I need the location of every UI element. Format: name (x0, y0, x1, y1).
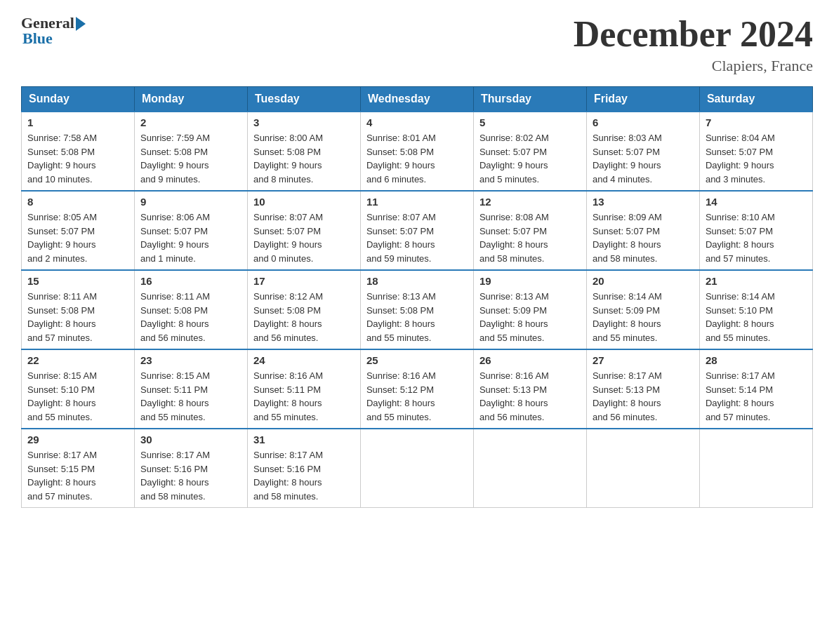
day-info: Sunrise: 8:02 AMSunset: 5:07 PMDaylight:… (479, 131, 581, 186)
day-number: 25 (366, 354, 468, 366)
table-row: 4Sunrise: 8:01 AMSunset: 5:08 PMDaylight… (360, 112, 473, 191)
table-row: 18Sunrise: 8:13 AMSunset: 5:08 PMDayligh… (360, 270, 473, 349)
calendar-week-row: 15Sunrise: 8:11 AMSunset: 5:08 PMDayligh… (22, 270, 813, 349)
day-info: Sunrise: 8:14 AMSunset: 5:09 PMDaylight:… (593, 290, 694, 344)
day-number: 20 (593, 275, 694, 287)
day-info: Sunrise: 8:17 AMSunset: 5:14 PMDaylight:… (706, 369, 807, 424)
logo-arrow-icon (76, 17, 86, 31)
day-info: Sunrise: 8:17 AMSunset: 5:15 PMDaylight:… (27, 448, 128, 503)
table-row: 1Sunrise: 7:58 AMSunset: 5:08 PMDaylight… (22, 112, 135, 191)
day-number: 8 (27, 196, 128, 208)
day-info: Sunrise: 7:58 AMSunset: 5:08 PMDaylight:… (27, 131, 128, 186)
header-wednesday: Wednesday (360, 87, 473, 112)
day-number: 1 (27, 116, 128, 128)
day-info: Sunrise: 8:15 AMSunset: 5:10 PMDaylight:… (27, 369, 128, 424)
day-info: Sunrise: 8:05 AMSunset: 5:07 PMDaylight:… (27, 210, 128, 265)
day-info: Sunrise: 8:00 AMSunset: 5:08 PMDaylight:… (253, 131, 355, 186)
table-row: 26Sunrise: 8:16 AMSunset: 5:13 PMDayligh… (473, 349, 586, 429)
day-number: 10 (253, 196, 355, 208)
table-row: 17Sunrise: 8:12 AMSunset: 5:08 PMDayligh… (247, 270, 360, 349)
table-row: 3Sunrise: 8:00 AMSunset: 5:08 PMDaylight… (247, 112, 360, 191)
table-row (473, 429, 586, 508)
header-friday: Friday (586, 87, 699, 112)
calendar-week-row: 29Sunrise: 8:17 AMSunset: 5:15 PMDayligh… (22, 429, 813, 508)
day-number: 3 (253, 116, 355, 128)
calendar-week-row: 22Sunrise: 8:15 AMSunset: 5:10 PMDayligh… (22, 349, 813, 429)
table-row: 16Sunrise: 8:11 AMSunset: 5:08 PMDayligh… (134, 270, 247, 349)
day-number: 30 (140, 434, 241, 445)
day-number: 7 (706, 116, 807, 128)
table-row: 21Sunrise: 8:14 AMSunset: 5:10 PMDayligh… (699, 270, 812, 349)
day-number: 31 (253, 434, 355, 445)
day-number: 15 (27, 275, 128, 287)
table-row: 2Sunrise: 7:59 AMSunset: 5:08 PMDaylight… (134, 112, 247, 191)
day-number: 16 (140, 275, 241, 287)
day-info: Sunrise: 8:08 AMSunset: 5:07 PMDaylight:… (479, 210, 581, 265)
day-info: Sunrise: 8:17 AMSunset: 5:16 PMDaylight:… (140, 448, 241, 503)
page-header: General Blue December 2024 Clapiers, Fra… (21, 14, 813, 75)
table-row: 7Sunrise: 8:04 AMSunset: 5:07 PMDaylight… (699, 112, 812, 191)
table-row: 10Sunrise: 8:07 AMSunset: 5:07 PMDayligh… (247, 191, 360, 270)
header-tuesday: Tuesday (247, 87, 360, 112)
table-row: 28Sunrise: 8:17 AMSunset: 5:14 PMDayligh… (699, 349, 812, 429)
calendar-week-row: 1Sunrise: 7:58 AMSunset: 5:08 PMDaylight… (22, 112, 813, 191)
table-row: 12Sunrise: 8:08 AMSunset: 5:07 PMDayligh… (473, 191, 586, 270)
day-number: 4 (366, 116, 468, 128)
day-number: 28 (706, 354, 807, 366)
day-number: 13 (593, 196, 694, 208)
day-info: Sunrise: 8:14 AMSunset: 5:10 PMDaylight:… (706, 290, 807, 344)
table-row: 9Sunrise: 8:06 AMSunset: 5:07 PMDaylight… (134, 191, 247, 270)
header-saturday: Saturday (699, 87, 812, 112)
day-info: Sunrise: 8:16 AMSunset: 5:13 PMDaylight:… (479, 369, 581, 424)
header-sunday: Sunday (22, 87, 135, 112)
day-number: 23 (140, 354, 241, 366)
day-info: Sunrise: 7:59 AMSunset: 5:08 PMDaylight:… (140, 131, 241, 186)
header-monday: Monday (134, 87, 247, 112)
day-info: Sunrise: 8:03 AMSunset: 5:07 PMDaylight:… (593, 131, 694, 186)
day-info: Sunrise: 8:04 AMSunset: 5:07 PMDaylight:… (706, 131, 807, 186)
day-number: 24 (253, 354, 355, 366)
table-row: 5Sunrise: 8:02 AMSunset: 5:07 PMDaylight… (473, 112, 586, 191)
day-number: 9 (140, 196, 241, 208)
day-info: Sunrise: 8:06 AMSunset: 5:07 PMDaylight:… (140, 210, 241, 265)
day-info: Sunrise: 8:11 AMSunset: 5:08 PMDaylight:… (27, 290, 128, 344)
table-row: 27Sunrise: 8:17 AMSunset: 5:13 PMDayligh… (586, 349, 699, 429)
table-row: 8Sunrise: 8:05 AMSunset: 5:07 PMDaylight… (22, 191, 135, 270)
table-row: 14Sunrise: 8:10 AMSunset: 5:07 PMDayligh… (699, 191, 812, 270)
title-area: December 2024 Clapiers, France (574, 14, 813, 75)
day-info: Sunrise: 8:17 AMSunset: 5:13 PMDaylight:… (593, 369, 694, 424)
table-row: 15Sunrise: 8:11 AMSunset: 5:08 PMDayligh… (22, 270, 135, 349)
day-number: 22 (27, 354, 128, 366)
month-title: December 2024 (574, 14, 813, 54)
table-row (699, 429, 812, 508)
day-number: 11 (366, 196, 468, 208)
day-number: 2 (140, 116, 241, 128)
day-info: Sunrise: 8:07 AMSunset: 5:07 PMDaylight:… (366, 210, 468, 265)
day-number: 6 (593, 116, 694, 128)
day-info: Sunrise: 8:12 AMSunset: 5:08 PMDaylight:… (253, 290, 355, 344)
table-row: 25Sunrise: 8:16 AMSunset: 5:12 PMDayligh… (360, 349, 473, 429)
day-info: Sunrise: 8:09 AMSunset: 5:07 PMDaylight:… (593, 210, 694, 265)
table-row: 31Sunrise: 8:17 AMSunset: 5:16 PMDayligh… (247, 429, 360, 508)
day-info: Sunrise: 8:01 AMSunset: 5:08 PMDaylight:… (366, 131, 468, 186)
table-row: 29Sunrise: 8:17 AMSunset: 5:15 PMDayligh… (22, 429, 135, 508)
logo-blue-text: Blue (22, 29, 53, 48)
day-number: 21 (706, 275, 807, 287)
logo: General Blue (21, 14, 86, 48)
day-number: 12 (479, 196, 581, 208)
header-thursday: Thursday (473, 87, 586, 112)
day-number: 29 (27, 434, 128, 445)
day-info: Sunrise: 8:07 AMSunset: 5:07 PMDaylight:… (253, 210, 355, 265)
day-number: 18 (366, 275, 468, 287)
day-info: Sunrise: 8:16 AMSunset: 5:12 PMDaylight:… (366, 369, 468, 424)
day-info: Sunrise: 8:11 AMSunset: 5:08 PMDaylight:… (140, 290, 241, 344)
day-info: Sunrise: 8:13 AMSunset: 5:08 PMDaylight:… (366, 290, 468, 344)
table-row: 20Sunrise: 8:14 AMSunset: 5:09 PMDayligh… (586, 270, 699, 349)
day-info: Sunrise: 8:16 AMSunset: 5:11 PMDaylight:… (253, 369, 355, 424)
day-info: Sunrise: 8:15 AMSunset: 5:11 PMDaylight:… (140, 369, 241, 424)
table-row: 22Sunrise: 8:15 AMSunset: 5:10 PMDayligh… (22, 349, 135, 429)
day-number: 14 (706, 196, 807, 208)
table-row (360, 429, 473, 508)
table-row: 6Sunrise: 8:03 AMSunset: 5:07 PMDaylight… (586, 112, 699, 191)
day-number: 19 (479, 275, 581, 287)
